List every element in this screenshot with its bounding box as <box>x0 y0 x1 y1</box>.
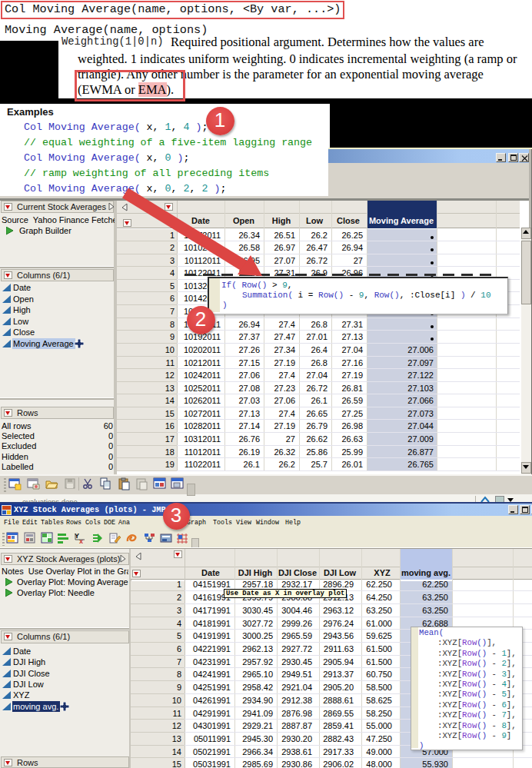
svg-text:x: x <box>79 537 83 545</box>
